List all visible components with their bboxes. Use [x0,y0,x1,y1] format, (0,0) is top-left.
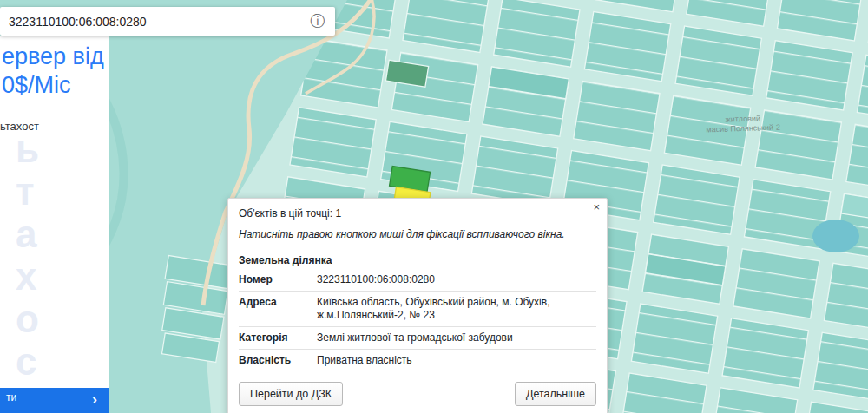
row-label: Категорія [239,327,317,350]
map-area-label: житловий масив Полянський-2 [693,113,794,135]
search-bar: ⓘ [0,7,335,36]
search-input[interactable] [0,15,300,29]
ad-headline-line2: 0$/Міс [2,71,109,100]
row-value: Київська область, Обухівський район, м. … [317,292,596,327]
row-label: Адреса [239,292,317,327]
collapse-text: ти [6,391,16,403]
row-label: Власність [239,350,317,372]
popup-hint: Натисніть правою кнопкою миші для фіксац… [239,228,596,240]
close-icon[interactable]: × [593,201,600,213]
chevron-right-icon: › [92,390,97,409]
ad-headline-line1: ервер від [2,43,109,71]
popup-actions: Перейти до ДЗК Детальніше [239,382,596,406]
ad-watermark: ьтахост [16,128,45,413]
row-value: Землі житлової та громадської забудови [317,327,596,350]
table-row: Категорія Землі житлової та громадської … [239,327,596,350]
pond [812,220,859,252]
left-panel: ервер від 0$/Міс ьтахост ьтахост ьтахост… [0,36,109,413]
ad-watermark-edge: ьтахост [0,121,7,388]
parcel-details-table: Номер 3223110100:06:008:0280 Адреса Київ… [239,269,596,371]
parcel-info-popup: × Об'єктів в цій точці: 1 Натисніть прав… [227,198,608,413]
section-title: Земельна ділянка [239,254,596,266]
panel-collapse-button[interactable]: ти › [0,388,109,413]
table-row: Номер 3223110100:06:008:0280 [239,269,596,292]
details-button[interactable]: Детальніше [515,382,596,406]
table-row: Адреса Київська область, Обухівський рай… [239,292,596,327]
table-row: Власність Приватна власність [239,350,596,372]
ad-link[interactable]: ервер від 0$/Міс [0,43,109,100]
info-icon[interactable]: ⓘ [300,7,335,36]
objects-count-line: Об'єктів в цій точці: 1 [239,207,596,220]
row-value: Приватна власність [317,350,596,372]
row-value: 3223110100:06:008:0280 [317,269,596,292]
goto-dzk-button[interactable]: Перейти до ДЗК [239,382,343,406]
row-label: Номер [239,269,317,292]
